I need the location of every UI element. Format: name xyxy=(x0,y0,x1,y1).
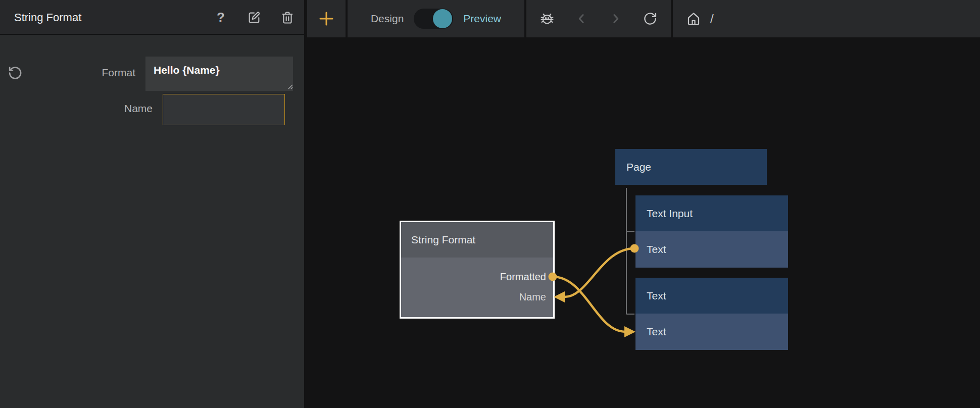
node-string-format[interactable]: String Format Formatted Name xyxy=(400,221,555,319)
reset-parameters-button[interactable] xyxy=(6,64,23,81)
port-name-input[interactable]: Name xyxy=(519,290,546,304)
toggle-knob xyxy=(433,9,452,28)
refresh-button[interactable] xyxy=(642,10,659,27)
name-input[interactable] xyxy=(163,94,285,125)
nav-back-button[interactable] xyxy=(573,10,590,27)
design-mode-label[interactable]: Design xyxy=(371,13,404,25)
add-node-button[interactable] xyxy=(317,10,335,28)
toolbar-nav-section xyxy=(526,0,671,37)
node-text-input[interactable]: Text Input Text xyxy=(635,195,788,268)
chevron-left-icon xyxy=(574,11,589,26)
wire-formatted-to-text xyxy=(553,277,625,332)
hierarchy-tree-line xyxy=(626,188,634,314)
node-text[interactable]: Text Text xyxy=(635,278,788,350)
format-field-label: Format xyxy=(51,67,135,79)
home-icon xyxy=(686,11,701,26)
nav-forward-button[interactable] xyxy=(607,10,624,27)
toolbar-mode-section: Design Preview xyxy=(348,0,524,37)
undo-icon xyxy=(7,65,23,81)
refresh-icon xyxy=(643,11,658,26)
debug-button[interactable] xyxy=(538,10,556,27)
bug-icon xyxy=(540,11,555,26)
node-text-input-title: Text Input xyxy=(635,195,788,231)
toolbar-add-section xyxy=(307,0,346,37)
node-page[interactable]: Page xyxy=(615,149,767,185)
trash-icon xyxy=(280,11,295,25)
node-text-property-text[interactable]: Text xyxy=(635,314,788,350)
breadcrumb-path[interactable]: / xyxy=(710,12,714,26)
delete-button[interactable] xyxy=(280,10,295,25)
properties-panel: String Format ? xyxy=(0,0,304,408)
plus-icon xyxy=(318,11,334,27)
wire-arrowhead-into-name[interactable] xyxy=(554,291,565,302)
name-field-label: Name xyxy=(51,103,153,115)
format-textarea[interactable]: Hello {Name} xyxy=(145,57,293,91)
node-string-format-title: String Format xyxy=(401,222,553,258)
wire-textinput-to-name xyxy=(565,248,634,297)
preview-mode-label[interactable]: Preview xyxy=(463,13,501,25)
toolbar-breadcrumb-section: / xyxy=(673,0,980,37)
help-icon: ? xyxy=(217,10,225,25)
panel-title: String Format xyxy=(14,0,81,35)
chevron-right-icon xyxy=(608,11,623,26)
edit-icon xyxy=(247,11,261,25)
node-text-title: Text xyxy=(635,278,788,314)
port-formatted-output[interactable]: Formatted xyxy=(500,270,546,284)
design-preview-toggle[interactable] xyxy=(414,9,453,29)
help-button[interactable]: ? xyxy=(213,10,228,25)
wire-arrowhead-into-text[interactable] xyxy=(624,326,635,337)
home-button[interactable] xyxy=(685,10,702,27)
textarea-resize-handle[interactable] xyxy=(286,82,293,89)
properties-panel-header: String Format ? xyxy=(0,0,304,35)
node-text-input-property-text[interactable]: Text xyxy=(635,231,788,268)
edit-button[interactable] xyxy=(247,10,262,25)
node-page-title: Page xyxy=(615,149,767,185)
